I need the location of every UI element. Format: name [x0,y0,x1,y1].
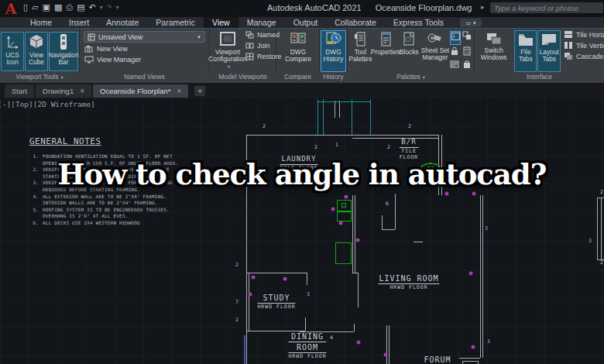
floorplan-plumbing-lines [317,99,370,135]
floorplan-walls [246,101,604,364]
floorplan-fixtures [335,200,351,263]
autocad-window: A ▯▱▣▩⎙▤↶▾↷▾ Autodesk AutoCAD 2021Oceans… [0,0,604,364]
overlay-headline: How to check angle in autocad? [0,157,604,191]
viewport-controls[interactable]: [-][Top][2D Wireframe] [0,100,95,108]
